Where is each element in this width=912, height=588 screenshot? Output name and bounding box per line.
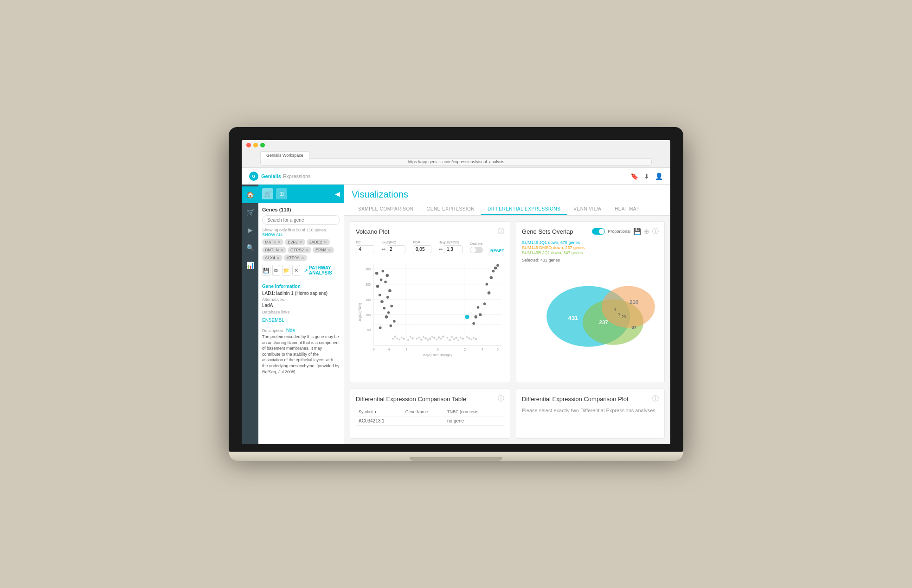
sidebar-top-bar: 🛒 ⊞ ◀ [258, 185, 344, 203]
svg-point-29 [427, 339, 429, 341]
ensembl-link[interactable]: ENSEMBL [262, 318, 284, 323]
sidebar-btn-grid[interactable]: ⊞ [276, 188, 287, 199]
viz-header: Visualizations SAMPLE COMPARISON GENE EX… [344, 185, 670, 216]
cell-gene-name [403, 416, 444, 426]
svg-point-84 [496, 264, 499, 267]
nav-cart[interactable]: 🛒 [242, 204, 258, 221]
alternatives-value: LadA [262, 303, 340, 308]
svg-point-30 [424, 337, 427, 339]
th-symbol[interactable]: Symbol ▲ [356, 408, 403, 416]
sidebar-collapse-btn[interactable]: ◀ [335, 190, 340, 198]
dashboard-grid: Volcano Plot ⓘ FC [344, 216, 670, 444]
svg-point-47 [460, 337, 462, 339]
legend-sum149r-jq1[interactable]: SUM149R JQ1 down, 347 genes [522, 250, 659, 255]
tab-sample-comparison[interactable]: SAMPLE COMPARISON [352, 204, 420, 215]
viz-title: Visualizations [352, 189, 663, 200]
gene-tag-e2f2: E2F2 ✕ [285, 239, 305, 245]
nav-search[interactable]: 🔍 [242, 239, 258, 256]
legend-sum149-dmso[interactable]: SUM149 DMSO down, 237 genes [522, 245, 659, 250]
log10fdr-control: -log10(FDR) ⇔ [439, 240, 462, 253]
address-bar[interactable]: https://app.genialis.com/expressions/vis… [260, 158, 652, 166]
venn-info-icon[interactable]: ⓘ [652, 227, 659, 236]
svg-text:3: 3 [618, 312, 620, 316]
copy-selection-btn[interactable]: ⧉ [272, 265, 281, 276]
log10fdr-input[interactable] [444, 245, 462, 253]
volcano-plot-svg: -log10(FDR) 50 100 [356, 257, 504, 368]
tab-differential-expressions[interactable]: DIFFERENTIAL EXPRESSIONS [481, 204, 567, 215]
sidebar-actions: 💾 ⧉ 📁 ✕ ↗ PATHWAY ANALYSIS [262, 265, 340, 276]
svg-point-32 [442, 335, 444, 338]
svg-point-41 [453, 339, 455, 340]
fdr-input[interactable] [413, 245, 431, 253]
log2fc-input[interactable] [387, 245, 405, 253]
volcano-reset-btn[interactable]: RESET [490, 249, 504, 253]
svg-point-65 [376, 285, 379, 288]
gene-search-input[interactable] [262, 215, 340, 225]
svg-point-42 [410, 336, 411, 338]
svg-point-28 [437, 336, 440, 339]
svg-point-71 [388, 289, 392, 293]
fc-input[interactable] [356, 245, 374, 253]
description-text: The protein encoded by this gene may be … [262, 334, 340, 375]
pathway-analysis-link[interactable]: ↗ PATHWAY ANALYSIS [304, 265, 340, 275]
volcano-svg-container: -log10(FDR) 50 100 [356, 257, 504, 370]
gene-tags-container: MATK ✕ E2F2 ✕ JADE2 ✕ CNTLN ✕ CTPS2 ✕ EP… [262, 239, 340, 261]
nav-chart[interactable]: 📊 [242, 257, 258, 274]
database-label: Database links: [262, 310, 340, 314]
svg-point-24 [429, 338, 431, 340]
desc-label: Description: [262, 328, 284, 333]
svg-point-56 [392, 338, 394, 340]
tab-gene-expression[interactable]: GENE EXPRESSION [420, 204, 481, 215]
download-icon[interactable]: ⬇ [644, 173, 649, 180]
outliers-toggle[interactable] [470, 247, 483, 253]
fdr-control: FDR [413, 240, 431, 253]
proportional-toggle[interactable] [592, 228, 605, 235]
svg-point-85 [477, 306, 480, 309]
svg-point-46 [403, 338, 405, 340]
svg-point-78 [483, 302, 486, 305]
venn-save-icon[interactable]: 💾 [633, 228, 641, 235]
volcano-plot-title: Volcano Plot [356, 228, 498, 235]
traffic-light-yellow [253, 143, 258, 147]
clear-selection-btn[interactable]: ✕ [292, 265, 301, 276]
account-icon[interactable]: 👤 [655, 173, 663, 180]
show-all-link[interactable]: SHOW ALL [262, 232, 283, 237]
tab-venn-view[interactable]: VENN VIEW [567, 204, 608, 215]
de-table-header: Differential Expression Comparison Table… [356, 395, 504, 403]
nav-home[interactable]: 🏠 [242, 186, 258, 203]
nav-play[interactable]: ▶ [242, 222, 258, 238]
volcano-info-icon[interactable]: ⓘ [498, 227, 504, 236]
svg-point-69 [375, 272, 379, 275]
table-row[interactable]: AC034213.1 no gene [356, 416, 504, 426]
svg-point-43 [455, 337, 457, 339]
folder-btn[interactable]: 📁 [282, 265, 290, 276]
volcano-controls: FC log2(FC) ⇔ [356, 240, 504, 253]
svg-text:4: 4 [614, 307, 616, 312]
legend-sum149-jq1[interactable]: SUM149 JQ1 down, 675 genes [522, 240, 659, 245]
svg-point-49 [462, 338, 464, 340]
desc-toggle[interactable]: hide [286, 328, 295, 333]
svg-text:-2: -2 [405, 348, 407, 351]
de-table-info-icon[interactable]: ⓘ [498, 395, 504, 403]
nav-logo: G Genialis [249, 172, 281, 181]
th-tnbc[interactable]: TNBC (non-resis... [444, 408, 504, 416]
browser-tab[interactable]: Genialis Workspace [260, 151, 309, 159]
svg-point-81 [489, 276, 493, 279]
svg-point-60 [385, 315, 388, 319]
save-selection-btn[interactable]: 💾 [262, 265, 270, 276]
th-gene-name[interactable]: Gene Name [403, 408, 444, 416]
venn-legends: SUM149 JQ1 down, 675 genes SUM149 DMSO d… [522, 240, 659, 255]
sidebar-btn-cart[interactable]: 🛒 [262, 188, 273, 199]
venn-add-icon[interactable]: ⊕ [644, 228, 649, 235]
volcano-plot-header: Volcano Plot ⓘ [356, 227, 504, 236]
bookmark-icon[interactable]: 🔖 [630, 173, 638, 180]
tab-heat-map[interactable]: HEAT MAP [608, 204, 646, 215]
gene-tag-ctps2: CTPS2 ✕ [288, 247, 311, 253]
de-plot-info-icon[interactable]: ⓘ [652, 395, 659, 403]
svg-point-86 [475, 315, 478, 319]
log2fc-label: log2(FC) [382, 240, 405, 244]
gene-tag-atp9a: ATP9A ✕ [284, 255, 307, 261]
svg-text:-log10(FDR): -log10(FDR) [358, 303, 362, 322]
fc-label: FC [356, 240, 374, 244]
svg-point-62 [380, 300, 384, 303]
